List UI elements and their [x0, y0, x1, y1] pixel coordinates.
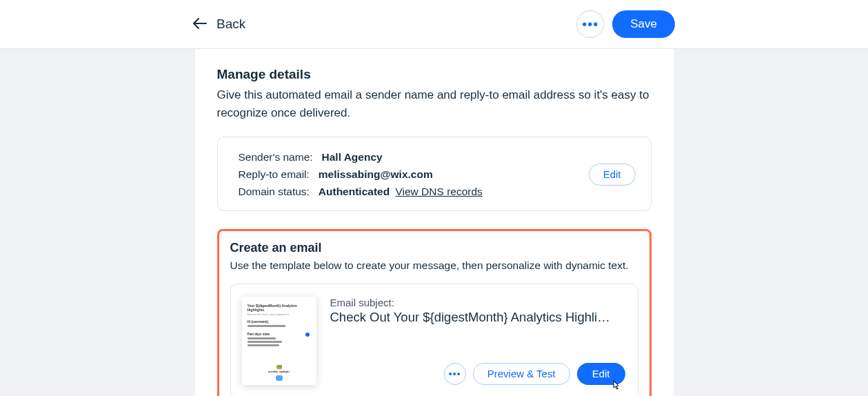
email-subject-label: Email subject:	[330, 297, 625, 308]
thumbnail-footer: monthly_spotlight	[248, 365, 311, 381]
sender-details-card: Sender's name: Hall Agency Reply-to emai…	[217, 137, 652, 211]
thumbnail-highlight-icon	[305, 333, 310, 337]
reply-to-label: Reply-to email:	[239, 168, 310, 180]
dots-horizontal-icon: •••	[449, 368, 461, 379]
email-body: Email subject: Check Out Your ${digestMo…	[330, 297, 625, 385]
manage-details-title: Manage details	[217, 67, 652, 82]
domain-status-label: Domain status:	[239, 186, 310, 197]
thumbnail-lines	[248, 325, 311, 328]
email-actions: ••• Preview & Test Edit	[330, 363, 625, 385]
sender-name-value: Hall Agency	[322, 151, 383, 163]
edit-sender-button[interactable]: Edit	[589, 164, 636, 186]
back-button[interactable]: Back	[193, 17, 245, 32]
page-header: Back ••• Save	[0, 0, 868, 49]
domain-status-value: Authenticated	[319, 186, 390, 197]
create-email-description: Use the template below to create your me…	[230, 257, 638, 274]
reply-to-row: Reply-to email: melissabing@wix.com	[239, 168, 483, 181]
create-email-title: Create an email	[230, 241, 638, 255]
arrow-left-icon	[193, 17, 207, 32]
save-button[interactable]: Save	[612, 10, 675, 38]
manage-details-description: Give this automated email a sender name …	[217, 86, 652, 123]
create-email-section: Create an email Use the template below t…	[217, 229, 652, 396]
sender-details-rows: Sender's name: Hall Agency Reply-to emai…	[239, 151, 483, 198]
email-template-card: Your ${digestMonth} Analytics Highlights…	[230, 284, 638, 396]
sender-name-row: Sender's name: Hall Agency	[239, 151, 483, 164]
view-dns-link[interactable]: View DNS records	[395, 186, 482, 197]
preview-test-button[interactable]: Preview & Test	[473, 363, 570, 385]
more-actions-button[interactable]: •••	[576, 10, 604, 38]
thumbnail-subtitle: Discover the clients' sales engagement	[248, 313, 311, 316]
thumbnail-stat-lines	[248, 337, 311, 348]
sender-name-label: Sender's name:	[239, 151, 313, 163]
header-actions: ••• Save	[576, 10, 675, 38]
edit-email-label: Edit	[592, 368, 610, 379]
content-panel: Manage details Give this automated email…	[195, 49, 674, 396]
thumbnail-title: Your ${digestMonth} Analytics Highlights	[248, 304, 311, 312]
thumbnail-footer-text: monthly_spotlight	[248, 370, 311, 373]
email-more-button[interactable]: •••	[444, 363, 466, 385]
cursor-pointer-icon	[610, 379, 621, 392]
manage-details-section: Manage details Give this automated email…	[217, 67, 652, 211]
thumbnail-stats-label: Past days stats	[248, 333, 311, 336]
edit-email-button[interactable]: Edit	[577, 363, 625, 385]
dots-horizontal-icon: •••	[582, 17, 598, 32]
back-label: Back	[216, 17, 245, 32]
reply-to-value: melissabing@wix.com	[319, 168, 433, 180]
thumbnail-logo-icon	[276, 365, 282, 369]
email-subject-value: Check Out Your ${digestMonth} Analytics …	[330, 310, 625, 325]
thumbnail-greeting: Hi {username},	[248, 320, 311, 324]
domain-status-row: Domain status: Authenticated View DNS re…	[239, 186, 483, 198]
thumbnail-bot-icon	[276, 375, 283, 381]
email-thumbnail: Your ${digestMonth} Analytics Highlights…	[242, 297, 316, 385]
